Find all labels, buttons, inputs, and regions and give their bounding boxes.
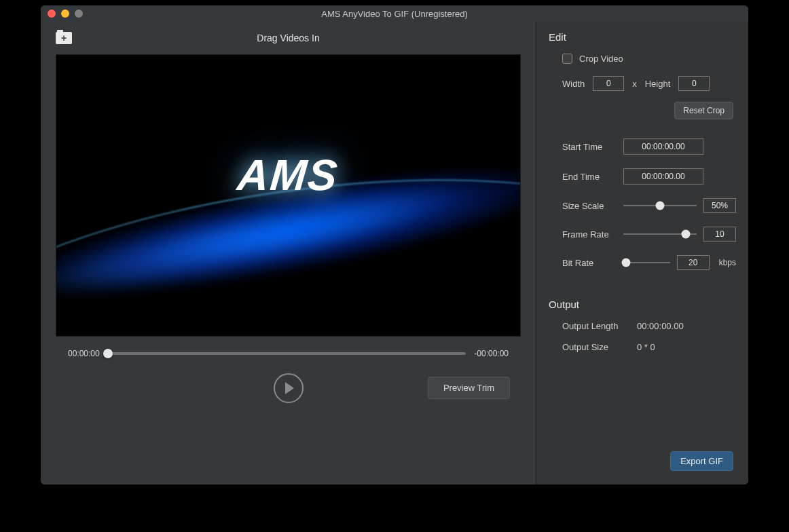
dimensions-row: Width 0 x Height 0 bbox=[562, 76, 736, 91]
timeline: 00:00:00 -00:00:00 bbox=[41, 337, 536, 362]
bit-rate-label: Bit Rate bbox=[562, 258, 623, 268]
width-input[interactable]: 0 bbox=[593, 76, 624, 91]
output-section-title: Output bbox=[549, 299, 736, 310]
frame-rate-value[interactable]: 10 bbox=[703, 227, 736, 242]
start-time-label: Start Time bbox=[562, 142, 623, 152]
end-time-label: End Time bbox=[562, 172, 623, 182]
timeline-thumb[interactable] bbox=[103, 349, 113, 358]
play-icon bbox=[285, 382, 294, 394]
output-length-row: Output Length 00:00:00.00 bbox=[549, 321, 736, 331]
controls-row: Preview Trim bbox=[41, 362, 536, 418]
crop-video-row: Crop Video bbox=[562, 54, 736, 64]
timeline-remaining: -00:00:00 bbox=[474, 349, 509, 358]
start-time-input[interactable]: 00:00:00.00 bbox=[623, 138, 703, 155]
bit-rate-slider[interactable] bbox=[623, 262, 670, 263]
bit-rate-thumb[interactable] bbox=[622, 259, 631, 267]
drag-videos-label: Drag Videos In bbox=[41, 33, 536, 43]
reset-crop-button[interactable]: Reset Crop bbox=[674, 102, 733, 119]
timeline-track[interactable] bbox=[108, 352, 466, 355]
left-toolbar: + Drag Videos In bbox=[41, 22, 536, 54]
x-label: x bbox=[632, 79, 637, 89]
output-size-label: Output Size bbox=[562, 342, 637, 352]
size-scale-label: Size Scale bbox=[562, 201, 623, 211]
export-gif-button[interactable]: Export GIF bbox=[670, 451, 733, 471]
size-scale-value[interactable]: 50% bbox=[703, 198, 736, 213]
output-section: Output Output Length 00:00:00.00 Output … bbox=[549, 299, 736, 363]
bit-rate-value[interactable]: 20 bbox=[677, 255, 710, 270]
crop-video-label: Crop Video bbox=[579, 54, 623, 64]
preview-trim-button[interactable]: Preview Trim bbox=[428, 377, 510, 399]
edit-body: Crop Video Width 0 x Height 0 Reset Crop… bbox=[549, 54, 736, 284]
frame-rate-slider[interactable] bbox=[623, 233, 697, 235]
right-pane: Edit Crop Video Width 0 x Height 0 Reset… bbox=[536, 22, 748, 484]
app-window: AMS AnyVideo To GIF (Unregistered) + Dra… bbox=[41, 5, 748, 484]
size-scale-slider[interactable] bbox=[623, 205, 697, 206]
size-scale-thumb[interactable] bbox=[656, 202, 665, 210]
frame-rate-thumb[interactable] bbox=[681, 230, 690, 239]
frame-rate-row: Frame Rate 10 bbox=[562, 227, 736, 242]
play-button[interactable] bbox=[274, 373, 304, 403]
end-time-input[interactable]: 00:00:00.00 bbox=[623, 168, 703, 185]
output-length-value: 00:00:00.00 bbox=[637, 321, 684, 331]
edit-section-title: Edit bbox=[549, 31, 736, 43]
ams-logo: AMS bbox=[236, 150, 341, 200]
end-time-row: End Time 00:00:00.00 bbox=[562, 168, 736, 185]
left-pane: + Drag Videos In AMS 00:00:00 -00:00:00 bbox=[41, 22, 536, 484]
frame-rate-label: Frame Rate bbox=[562, 229, 623, 240]
crop-video-checkbox[interactable] bbox=[562, 54, 572, 64]
height-label: Height bbox=[645, 79, 671, 89]
width-label: Width bbox=[562, 79, 585, 89]
bit-rate-unit: kbps bbox=[719, 258, 736, 267]
output-size-value: 0 * 0 bbox=[637, 342, 655, 352]
size-scale-row: Size Scale 50% bbox=[562, 198, 736, 213]
start-time-row: Start Time 00:00:00.00 bbox=[562, 138, 736, 155]
titlebar: AMS AnyVideo To GIF (Unregistered) bbox=[41, 5, 748, 22]
output-size-row: Output Size 0 * 0 bbox=[549, 342, 736, 352]
video-preview-area[interactable]: AMS bbox=[56, 54, 521, 337]
window-title: AMS AnyVideo To GIF (Unregistered) bbox=[41, 9, 748, 19]
height-input[interactable]: 0 bbox=[678, 76, 710, 91]
output-length-label: Output Length bbox=[562, 321, 637, 331]
timeline-current: 00:00:00 bbox=[68, 349, 100, 358]
bit-rate-row: Bit Rate 20 kbps bbox=[562, 255, 736, 270]
app-body: + Drag Videos In AMS 00:00:00 -00:00:00 bbox=[41, 22, 748, 484]
